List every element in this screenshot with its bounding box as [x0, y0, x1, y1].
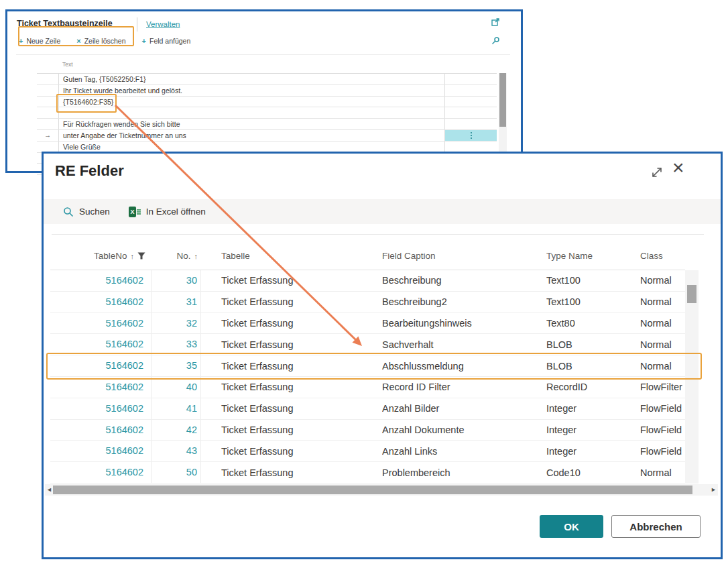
- cell-tableno[interactable]: 5164602: [50, 398, 152, 419]
- text-line-row[interactable]: Für Rückfragen wenden Sie sich bitte: [37, 119, 497, 130]
- header-type-name[interactable]: Type Name: [546, 251, 640, 261]
- extra-cell[interactable]: [444, 130, 497, 141]
- scroll-right-icon[interactable]: ►: [711, 486, 717, 493]
- cell-no[interactable]: 50: [152, 462, 201, 483]
- cell-field-caption[interactable]: Sachverhalt: [382, 339, 546, 350]
- open-in-excel-button[interactable]: X In Excel öffnen: [129, 207, 206, 217]
- field-table-row[interactable]: 516460241Ticket ErfassungAnzahl BilderIn…: [50, 398, 685, 420]
- bg-scrollbar-thumb[interactable]: [499, 73, 506, 127]
- cell-field-caption[interactable]: Bearbeitungshinweis: [382, 318, 546, 329]
- cell-tabelle[interactable]: Ticket Erfassung: [201, 318, 382, 329]
- text-cell[interactable]: [59, 107, 444, 118]
- cell-field-caption[interactable]: Anzahl Dokumente: [382, 424, 546, 435]
- cell-field-caption[interactable]: Beschreibung2: [382, 296, 546, 307]
- field-table-row[interactable]: 516460233Ticket ErfassungSachverhaltBLOB…: [50, 334, 685, 355]
- cell-tabelle[interactable]: Ticket Erfassung: [201, 446, 382, 457]
- cell-no[interactable]: 33: [152, 334, 201, 355]
- cell-no[interactable]: 43: [152, 441, 201, 461]
- cell-tableno[interactable]: 5164602: [50, 334, 152, 355]
- cell-tableno[interactable]: 5164602: [50, 462, 152, 483]
- cell-class[interactable]: FlowField: [640, 446, 685, 457]
- cell-no[interactable]: 41: [152, 398, 201, 419]
- cell-tabelle[interactable]: Ticket Erfassung: [201, 403, 382, 414]
- header-tableno[interactable]: TableNo ↑: [50, 251, 152, 261]
- text-cell[interactable]: Für Rückfragen wenden Sie sich bitte: [59, 119, 444, 129]
- cell-tabelle[interactable]: Ticket Erfassung: [201, 361, 382, 372]
- text-line-row[interactable]: →unter Angabe der Ticketnummer an uns: [37, 130, 497, 141]
- cell-field-caption[interactable]: Problembereich: [382, 467, 546, 478]
- cell-type-name[interactable]: Code10: [546, 467, 640, 478]
- cell-type-name[interactable]: BLOB: [546, 339, 640, 350]
- cell-class[interactable]: Normal: [640, 296, 685, 307]
- header-tabelle[interactable]: Tabelle: [201, 251, 382, 261]
- field-table-row[interactable]: 516460232Ticket ErfassungBearbeitungshin…: [50, 313, 685, 335]
- cell-type-name[interactable]: Integer: [546, 446, 640, 457]
- cell-tableno[interactable]: 5164602: [50, 420, 152, 441]
- cell-no[interactable]: 40: [152, 377, 201, 398]
- text-line-row[interactable]: [37, 107, 497, 119]
- horizontal-scrollbar-thumb[interactable]: [53, 486, 692, 494]
- active-row-arrow-icon[interactable]: →: [37, 130, 59, 141]
- field-table-row[interactable]: 516460231Ticket ErfassungBeschreibung2Te…: [50, 292, 685, 313]
- cell-no[interactable]: 32: [152, 313, 201, 334]
- dialog-horizontal-scrollbar[interactable]: [45, 484, 718, 496]
- verwalten-menu[interactable]: Verwalten: [146, 20, 180, 28]
- cell-class[interactable]: FlowFilter: [640, 382, 685, 392]
- cell-class[interactable]: Normal: [640, 318, 685, 329]
- delete-line-button[interactable]: ×Zeile löschen: [76, 37, 125, 45]
- header-field-caption[interactable]: Field Caption: [382, 251, 546, 261]
- field-table-row[interactable]: 516460230Ticket ErfassungBeschreibungTex…: [50, 270, 685, 292]
- cell-tableno[interactable]: 5164602: [50, 313, 152, 334]
- cell-no[interactable]: 30: [152, 270, 201, 291]
- text-cell[interactable]: Ihr Ticket wurde bearbeitet und gelöst.: [59, 85, 444, 96]
- text-line-row[interactable]: {T5164602:F35}: [37, 97, 497, 108]
- close-icon[interactable]: ×: [672, 156, 684, 179]
- text-line-row[interactable]: Ihr Ticket wurde bearbeitet und gelöst.: [37, 85, 497, 97]
- cell-no[interactable]: 31: [152, 292, 201, 313]
- cell-field-caption[interactable]: Beschreibung: [382, 275, 546, 286]
- cell-class[interactable]: Normal: [640, 361, 685, 372]
- add-field-button[interactable]: +Feld anfügen: [142, 37, 191, 45]
- cell-tabelle[interactable]: Ticket Erfassung: [201, 467, 382, 478]
- pin-icon[interactable]: [491, 36, 500, 45]
- cell-type-name[interactable]: Integer: [546, 403, 640, 414]
- cell-class[interactable]: Normal: [640, 339, 685, 350]
- cell-field-caption[interactable]: Anzahl Links: [382, 446, 546, 457]
- cell-type-name[interactable]: Text100: [546, 296, 640, 307]
- cell-tabelle[interactable]: Ticket Erfassung: [201, 275, 382, 286]
- cancel-button[interactable]: Abbrechen: [611, 515, 701, 538]
- cell-class[interactable]: Normal: [640, 275, 685, 286]
- cell-tabelle[interactable]: Ticket Erfassung: [201, 339, 382, 350]
- resize-icon[interactable]: [649, 164, 665, 180]
- cell-tableno[interactable]: 5164602: [50, 292, 152, 313]
- cell-field-caption[interactable]: Abschlussmeldung: [382, 361, 546, 372]
- header-no[interactable]: No. ↑: [152, 251, 201, 261]
- ellipsis-icon[interactable]: [471, 132, 472, 139]
- text-cell[interactable]: Guten Tag, {T5052250:F1}: [59, 74, 444, 84]
- cell-class[interactable]: FlowField: [640, 403, 685, 414]
- cell-tableno[interactable]: 5164602: [50, 441, 152, 461]
- cell-tabelle[interactable]: Ticket Erfassung: [201, 424, 382, 435]
- cell-class[interactable]: Normal: [640, 467, 685, 478]
- cell-no[interactable]: 35: [152, 355, 201, 376]
- cell-class[interactable]: FlowField: [640, 424, 685, 435]
- cell-type-name[interactable]: RecordID: [546, 382, 640, 392]
- cell-tableno[interactable]: 5164602: [50, 355, 152, 376]
- ok-button[interactable]: OK: [540, 515, 603, 538]
- cell-tabelle[interactable]: Ticket Erfassung: [201, 382, 382, 392]
- field-table-row[interactable]: 516460235Ticket ErfassungAbschlussmeldun…: [50, 355, 685, 377]
- cell-field-caption[interactable]: Anzahl Bilder: [382, 403, 546, 414]
- text-cell[interactable]: Viele Grüße: [59, 141, 444, 152]
- header-class[interactable]: Class: [640, 251, 685, 261]
- text-line-row[interactable]: Guten Tag, {T5052250:F1}: [37, 74, 497, 85]
- new-line-button[interactable]: +Neue Zeile: [19, 37, 60, 45]
- cell-tableno[interactable]: 5164602: [50, 377, 152, 398]
- cell-type-name[interactable]: Text80: [546, 318, 640, 329]
- text-column-header[interactable]: Text: [62, 61, 73, 68]
- text-cell[interactable]: unter Angabe der Ticketnummer an uns: [59, 130, 444, 141]
- cell-type-name[interactable]: BLOB: [546, 361, 640, 372]
- search-button[interactable]: Suchen: [63, 207, 110, 217]
- text-cell[interactable]: {T5164602:F35}: [59, 97, 444, 107]
- field-table-row[interactable]: 516460242Ticket ErfassungAnzahl Dokument…: [50, 420, 685, 441]
- vertical-scrollbar-thumb[interactable]: [687, 285, 696, 303]
